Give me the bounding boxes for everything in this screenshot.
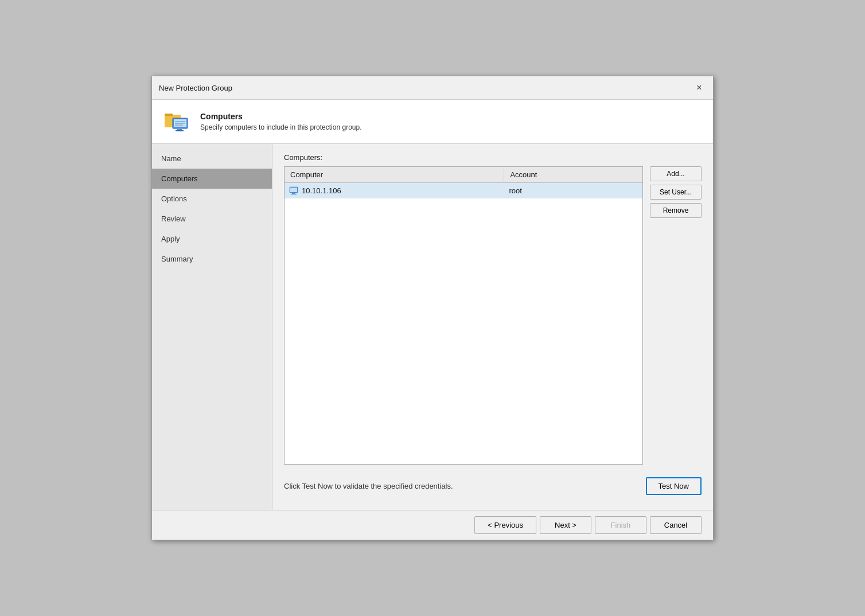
computers-section-label: Computers: — [284, 153, 702, 162]
column-header-computer: Computer — [285, 167, 504, 183]
header-subtitle: Specify computers to include in this pro… — [200, 123, 361, 131]
svg-rect-10 — [290, 188, 297, 192]
sidebar-item-review[interactable]: Review — [152, 209, 272, 229]
sidebar-item-computers[interactable]: Computers — [152, 169, 272, 189]
header-text: Computers Specify computers to include i… — [200, 112, 361, 131]
sidebar-item-options[interactable]: Options — [152, 189, 272, 209]
cancel-button[interactable]: Cancel — [650, 516, 702, 534]
test-now-description: Click Test Now to validate the specified… — [284, 482, 453, 490]
header-title: Computers — [200, 112, 361, 121]
header-section: Computers Specify computers to include i… — [152, 100, 713, 144]
title-bar: New Protection Group × — [152, 76, 713, 100]
table-and-buttons: Computer Account 10.10.1.106 root — [284, 166, 702, 465]
test-now-button[interactable]: Test Now — [646, 477, 702, 495]
body-section: Name Computers Options Review Apply Summ… — [152, 144, 713, 510]
remove-button[interactable]: Remove — [650, 203, 702, 218]
main-content: Computers: Computer Account — [272, 144, 713, 510]
sidebar-item-apply[interactable]: Apply — [152, 229, 272, 249]
sidebar-item-summary[interactable]: Summary — [152, 249, 272, 269]
previous-button[interactable]: < Previous — [474, 516, 536, 534]
computer-row-icon — [289, 186, 298, 195]
close-button[interactable]: × — [692, 81, 706, 95]
account-cell: root — [504, 183, 642, 198]
svg-rect-1 — [165, 114, 173, 116]
sidebar: Name Computers Options Review Apply Summ… — [152, 144, 272, 510]
new-protection-group-dialog: New Protection Group × Computers — [151, 76, 714, 540]
next-button[interactable]: Next > — [540, 516, 591, 534]
table-header-row: Computer Account — [285, 167, 642, 183]
test-now-row: Click Test Now to validate the specified… — [284, 471, 702, 501]
column-header-account: Account — [504, 167, 642, 183]
dialog-title: New Protection Group — [159, 84, 232, 92]
computer-cell: 10.10.1.106 — [285, 183, 504, 198]
svg-rect-12 — [291, 194, 297, 194]
finish-button[interactable]: Finish — [595, 516, 646, 534]
add-button[interactable]: Add... — [650, 166, 702, 181]
side-buttons: Add... Set User... Remove — [650, 166, 702, 465]
computers-table-container[interactable]: Computer Account 10.10.1.106 root — [284, 166, 643, 465]
set-user-button[interactable]: Set User... — [650, 185, 702, 200]
computers-table: Computer Account 10.10.1.106 root — [285, 167, 642, 198]
footer: < Previous Next > Finish Cancel — [152, 510, 713, 540]
computers-icon — [163, 108, 191, 135]
table-row[interactable]: 10.10.1.106 root — [285, 183, 642, 198]
sidebar-item-name[interactable]: Name — [152, 149, 272, 169]
svg-rect-5 — [176, 130, 184, 131]
